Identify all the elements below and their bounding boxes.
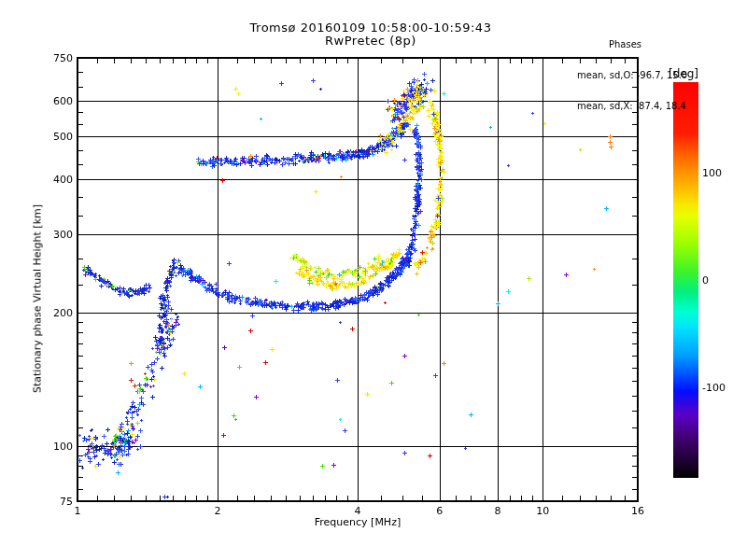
y-tick-label: 500 bbox=[32, 131, 73, 143]
colorbar-tick-label: 100 bbox=[702, 167, 722, 179]
x-axis-label: Frequency [MHz] bbox=[78, 516, 638, 528]
y-tick-label: 600 bbox=[32, 95, 73, 107]
y-tick-label: 400 bbox=[32, 174, 73, 186]
ionogram-figure: Tromsø 20160109 10:58:00-10:59:43 RwPret… bbox=[0, 0, 747, 560]
x-tick-label: 8 bbox=[479, 505, 516, 517]
y-tick-label: 300 bbox=[32, 229, 73, 241]
colorbar-tick-label: 0 bbox=[702, 274, 709, 287]
x-tick-label: 16 bbox=[619, 505, 656, 517]
phase-stats-x-mode: mean, sd,X: 87.4, 18.4 bbox=[577, 101, 697, 111]
y-tick-label: 750 bbox=[32, 52, 73, 64]
x-tick-label: 10 bbox=[524, 505, 561, 517]
x-tick-label: 2 bbox=[199, 505, 236, 517]
y-tick-label: 75 bbox=[32, 496, 73, 508]
colorbar-unit-label: [deg] bbox=[669, 67, 698, 80]
phase-stats-heading: Phases bbox=[577, 39, 697, 49]
x-tick-label: 4 bbox=[339, 505, 376, 517]
x-tick-label: 6 bbox=[421, 505, 458, 517]
colorbar-tick-label: -100 bbox=[702, 382, 726, 394]
y-tick-label: 200 bbox=[32, 307, 73, 319]
y-tick-label: 100 bbox=[32, 441, 73, 453]
